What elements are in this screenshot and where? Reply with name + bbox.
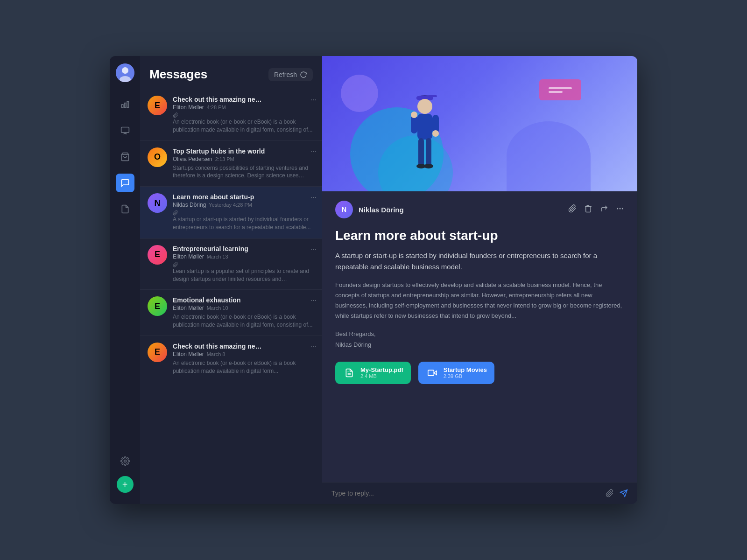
- svg-rect-6: [121, 127, 129, 133]
- msg-attachment-indicator: [173, 112, 315, 118]
- refresh-button[interactable]: Refresh: [268, 68, 313, 81]
- msg-subject: Check out this amazing new book!: [173, 96, 266, 103]
- msg-avatar: E: [148, 343, 167, 362]
- message-item[interactable]: O Top Startup hubs in the world Olivia P…: [140, 141, 322, 187]
- svg-rect-3: [121, 105, 123, 108]
- detail-body: Founders design startups to effectively …: [335, 280, 624, 321]
- messages-list: E Check out this amazing new book! Elito…: [140, 89, 322, 504]
- detail-title: Learn more about start-up: [335, 228, 624, 244]
- svg-point-23: [620, 208, 621, 210]
- sidebar-item-presentations[interactable]: [116, 121, 134, 140]
- msg-content: Top Startup hubs in the world Olivia Ped…: [173, 147, 315, 180]
- msg-content: Emotional exhaustion Eliton Møller March…: [173, 296, 315, 329]
- hero-blob-3: [507, 121, 591, 191]
- msg-avatar: E: [148, 96, 167, 115]
- attachment-pdf[interactable]: My-Startup.pdf 2.4 MB: [335, 362, 411, 384]
- svg-rect-5: [127, 101, 128, 107]
- hero-person-illustration: [406, 89, 444, 191]
- msg-sender: Olivia Pedersen: [173, 156, 212, 162]
- svg-rect-13: [417, 114, 432, 140]
- msg-content: Learn more about startu-p Niklas Döring …: [173, 193, 315, 231]
- msg-time: March 13: [207, 254, 228, 259]
- svg-point-17: [432, 130, 439, 137]
- msg-attachment-indicator: [173, 262, 315, 267]
- sender-name: Niklas Döring: [359, 206, 404, 214]
- video-size: 2.39 GB: [444, 373, 487, 379]
- message-item[interactable]: E Emotional exhaustion Eliton Møller Mar…: [140, 290, 322, 336]
- message-item[interactable]: E Check out this amazing new book! Elito…: [140, 89, 322, 141]
- paperclip-icon: [173, 210, 178, 216]
- message-item[interactable]: E Check out this amazing new book! Elito…: [140, 336, 322, 382]
- messages-title: Messages: [149, 67, 207, 82]
- messages-panel: Messages Refresh E Check out this amazin…: [140, 56, 322, 504]
- msg-sender: Eliton Møller: [173, 253, 204, 260]
- svg-rect-18: [418, 138, 424, 166]
- message-detail: N Niklas Döring: [322, 191, 637, 482]
- msg-options-button[interactable]: ···: [310, 296, 317, 305]
- delete-action[interactable]: [584, 204, 592, 215]
- hero-blob-4: [341, 75, 378, 112]
- reply-send-button[interactable]: [620, 489, 628, 497]
- msg-sender: Niklas Döring: [173, 202, 206, 208]
- msg-content: Check out this amazing new book! Eliton …: [173, 96, 315, 134]
- svg-rect-28: [428, 370, 434, 376]
- paperclip-icon: [173, 262, 178, 267]
- svg-point-21: [424, 164, 433, 168]
- reply-input[interactable]: [331, 490, 600, 497]
- attach-action[interactable]: [568, 204, 577, 215]
- refresh-label: Refresh: [274, 71, 297, 78]
- msg-options-button[interactable]: ···: [310, 96, 317, 104]
- msg-sender: Eliton Møller: [173, 104, 204, 111]
- msg-time: March 10: [207, 305, 228, 311]
- svg-marker-27: [434, 371, 437, 375]
- sidebar-item-analytics[interactable]: [116, 95, 134, 114]
- video-name: Startup Movies: [444, 366, 487, 373]
- reply-attach-button[interactable]: [606, 489, 614, 497]
- msg-options-button[interactable]: ···: [310, 193, 317, 202]
- svg-point-16: [411, 112, 417, 118]
- sidebar-item-settings[interactable]: [116, 452, 134, 470]
- message-item[interactable]: N Learn more about startu-p Niklas Dörin…: [140, 187, 322, 238]
- app-container: + Messages Refresh E Check out this amaz…: [110, 56, 637, 504]
- msg-content: Check out this amazing new book! Eliton …: [173, 343, 315, 375]
- detail-actions: [568, 204, 624, 215]
- more-options-action[interactable]: [616, 204, 624, 215]
- msg-avatar: N: [148, 193, 167, 213]
- sidebar: +: [110, 56, 140, 504]
- msg-options-button[interactable]: ···: [310, 147, 317, 156]
- msg-preview: An electronic book (or e-book or eBook) …: [173, 118, 315, 134]
- forward-action[interactable]: [600, 204, 608, 215]
- sidebar-item-messages[interactable]: [116, 174, 134, 192]
- user-avatar[interactable]: [116, 63, 134, 82]
- svg-point-22: [617, 208, 618, 210]
- sidebar-item-documents[interactable]: [116, 200, 134, 218]
- msg-subject: Entrepreneurial learning: [173, 245, 248, 252]
- add-button[interactable]: +: [117, 476, 134, 493]
- pdf-icon: [343, 366, 356, 379]
- svg-rect-4: [124, 103, 126, 108]
- msg-avatar: O: [148, 147, 167, 167]
- msg-content: Entrepreneurial learning Eliton Møller M…: [173, 245, 315, 283]
- sidebar-item-basket[interactable]: [116, 147, 134, 166]
- detail-signature: Best Rregards, Niklas Döring: [335, 329, 624, 350]
- pdf-size: 2.4 MB: [360, 373, 403, 379]
- msg-preview: A startup or start-up is started by indi…: [173, 216, 315, 231]
- msg-attachment-indicator: [173, 210, 315, 216]
- msg-avatar: E: [148, 245, 167, 265]
- attachment-video[interactable]: Startup Movies 2.39 GB: [418, 362, 494, 384]
- msg-options-button[interactable]: ···: [310, 343, 317, 351]
- refresh-icon: [300, 71, 307, 78]
- detail-sender: N Niklas Döring: [335, 201, 404, 218]
- hero-illustration: [322, 56, 637, 191]
- svg-point-24: [622, 208, 623, 210]
- msg-options-button[interactable]: ···: [310, 245, 317, 253]
- message-item[interactable]: E Entrepreneurial learning Eliton Møller…: [140, 238, 322, 290]
- attachments: My-Startup.pdf 2.4 MB Startup Movies 2.3…: [335, 362, 624, 384]
- svg-point-1: [122, 67, 128, 74]
- msg-preview: An electronic book (or e-book or eBook) …: [173, 359, 315, 375]
- msg-time: March 8: [207, 351, 226, 357]
- hero-floating-card: [539, 79, 581, 100]
- msg-subject: Check out this amazing new book!: [173, 343, 266, 350]
- msg-sender: Eliton Møller: [173, 351, 204, 357]
- msg-preview: Startups concerns possibilities of start…: [173, 164, 315, 180]
